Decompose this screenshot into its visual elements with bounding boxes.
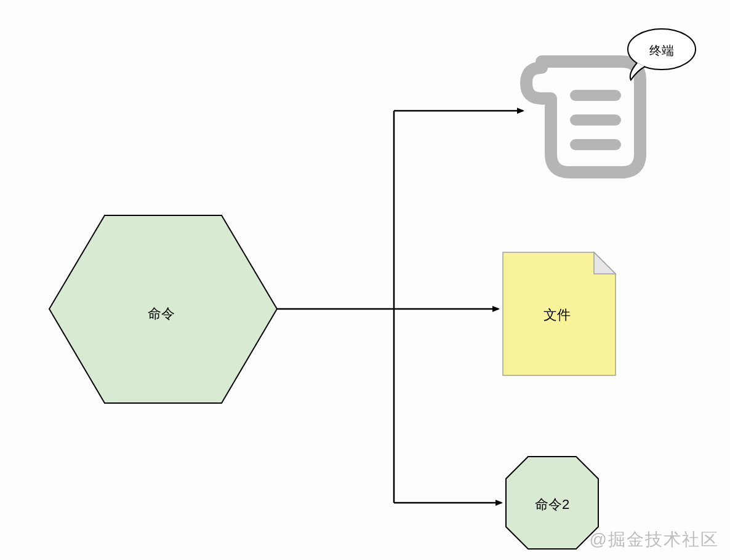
scroll-terminal-icon [526,62,640,172]
diagram-canvas [0,0,730,560]
watermark-text: @掘金技术社区 [590,528,719,551]
label-file: 文件 [543,306,571,324]
label-command2: 命令2 [535,495,569,514]
label-terminal-bubble: 终端 [649,42,674,59]
label-command: 命令 [148,305,175,323]
